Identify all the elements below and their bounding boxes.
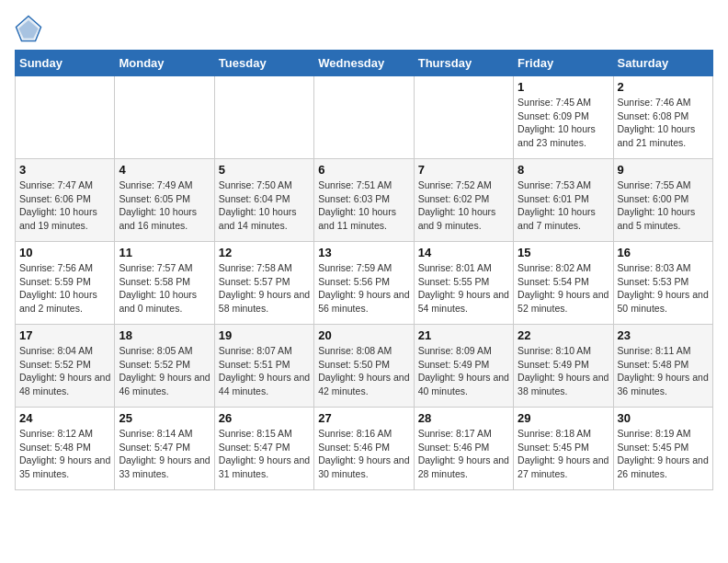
day-info: Sunrise: 7:58 AM Sunset: 5:57 PM Dayligh… (219, 261, 310, 316)
day-info: Sunrise: 8:19 AM Sunset: 5:45 PM Dayligh… (618, 427, 709, 481)
header-day-monday: Monday (115, 51, 214, 76)
calendar-cell: 20Sunrise: 8:08 AM Sunset: 5:50 PM Dayli… (314, 325, 414, 408)
day-info: Sunrise: 7:50 AM Sunset: 6:04 PM Dayligh… (219, 178, 310, 233)
calendar-cell: 10Sunrise: 7:56 AM Sunset: 5:59 PM Dayli… (16, 242, 115, 325)
day-number: 16 (618, 246, 709, 259)
day-number: 9 (618, 163, 709, 177)
day-number: 12 (219, 246, 310, 259)
day-number: 8 (518, 163, 609, 177)
header-day-thursday: Thursday (414, 51, 513, 76)
calendar-cell (414, 76, 513, 159)
day-info: Sunrise: 8:17 AM Sunset: 5:46 PM Dayligh… (418, 427, 509, 481)
calendar-cell (314, 76, 414, 159)
calendar-cell: 29Sunrise: 8:18 AM Sunset: 5:45 PM Dayli… (514, 408, 613, 490)
day-info: Sunrise: 8:16 AM Sunset: 5:46 PM Dayligh… (318, 427, 409, 481)
logo-icon (15, 15, 42, 42)
calendar-cell: 11Sunrise: 7:57 AM Sunset: 5:58 PM Dayli… (115, 242, 214, 325)
day-number: 27 (318, 411, 409, 425)
day-number: 4 (119, 163, 210, 177)
calendar-cell: 15Sunrise: 8:02 AM Sunset: 5:54 PM Dayli… (514, 242, 613, 325)
day-number: 20 (318, 328, 409, 342)
logo (15, 15, 46, 42)
day-number: 25 (119, 411, 210, 425)
day-info: Sunrise: 7:59 AM Sunset: 5:56 PM Dayligh… (318, 261, 409, 316)
header-day-wednesday: Wednesday (314, 51, 414, 76)
calendar-cell: 28Sunrise: 8:17 AM Sunset: 5:46 PM Dayli… (414, 408, 513, 490)
calendar-cell: 25Sunrise: 8:14 AM Sunset: 5:47 PM Dayli… (115, 408, 214, 490)
calendar-cell: 9Sunrise: 7:55 AM Sunset: 6:00 PM Daylig… (613, 159, 712, 242)
day-info: Sunrise: 7:49 AM Sunset: 6:05 PM Dayligh… (119, 178, 210, 233)
day-number: 21 (418, 328, 509, 342)
calendar-cell: 12Sunrise: 7:58 AM Sunset: 5:57 PM Dayli… (214, 242, 313, 325)
day-info: Sunrise: 7:47 AM Sunset: 6:06 PM Dayligh… (19, 178, 110, 233)
calendar-cell (16, 76, 115, 159)
calendar-cell: 18Sunrise: 8:05 AM Sunset: 5:52 PM Dayli… (115, 325, 214, 408)
calendar-cell: 6Sunrise: 7:51 AM Sunset: 6:03 PM Daylig… (314, 159, 414, 242)
day-number: 6 (318, 163, 409, 177)
day-info: Sunrise: 8:15 AM Sunset: 5:47 PM Dayligh… (219, 427, 310, 481)
day-number: 7 (418, 163, 509, 177)
day-info: Sunrise: 8:01 AM Sunset: 5:55 PM Dayligh… (418, 261, 509, 316)
header-day-friday: Friday (514, 51, 613, 76)
calendar-cell: 19Sunrise: 8:07 AM Sunset: 5:51 PM Dayli… (214, 325, 313, 408)
calendar-body: 1Sunrise: 7:45 AM Sunset: 6:09 PM Daylig… (16, 76, 713, 490)
day-info: Sunrise: 8:14 AM Sunset: 5:47 PM Dayligh… (119, 427, 210, 481)
day-info: Sunrise: 8:09 AM Sunset: 5:49 PM Dayligh… (418, 344, 509, 398)
day-number: 2 (618, 80, 709, 94)
page-header (15, 15, 713, 42)
calendar-cell: 26Sunrise: 8:15 AM Sunset: 5:47 PM Dayli… (214, 408, 313, 490)
calendar-cell: 5Sunrise: 7:50 AM Sunset: 6:04 PM Daylig… (214, 159, 313, 242)
day-info: Sunrise: 8:03 AM Sunset: 5:53 PM Dayligh… (618, 261, 709, 316)
day-info: Sunrise: 7:45 AM Sunset: 6:09 PM Dayligh… (518, 96, 609, 150)
calendar-cell: 17Sunrise: 8:04 AM Sunset: 5:52 PM Dayli… (16, 325, 115, 408)
calendar-cell: 7Sunrise: 7:52 AM Sunset: 6:02 PM Daylig… (414, 159, 513, 242)
day-number: 19 (219, 328, 310, 342)
calendar-cell: 23Sunrise: 8:11 AM Sunset: 5:48 PM Dayli… (613, 325, 712, 408)
calendar-cell (115, 76, 214, 159)
calendar-cell: 27Sunrise: 8:16 AM Sunset: 5:46 PM Dayli… (314, 408, 414, 490)
day-info: Sunrise: 7:46 AM Sunset: 6:08 PM Dayligh… (618, 96, 709, 150)
day-number: 13 (318, 246, 409, 259)
day-info: Sunrise: 7:52 AM Sunset: 6:02 PM Dayligh… (418, 178, 509, 233)
day-info: Sunrise: 8:11 AM Sunset: 5:48 PM Dayligh… (618, 344, 709, 398)
day-number: 14 (418, 246, 509, 259)
day-number: 30 (618, 411, 709, 425)
day-number: 18 (119, 328, 210, 342)
header-day-sunday: Sunday (16, 51, 115, 76)
calendar-cell: 24Sunrise: 8:12 AM Sunset: 5:48 PM Dayli… (16, 408, 115, 490)
header-day-tuesday: Tuesday (214, 51, 313, 76)
day-info: Sunrise: 8:18 AM Sunset: 5:45 PM Dayligh… (518, 427, 609, 481)
day-number: 24 (19, 411, 110, 425)
calendar-cell: 21Sunrise: 8:09 AM Sunset: 5:49 PM Dayli… (414, 325, 513, 408)
calendar-cell: 1Sunrise: 7:45 AM Sunset: 6:09 PM Daylig… (514, 76, 613, 159)
day-number: 5 (219, 163, 310, 177)
calendar-cell: 13Sunrise: 7:59 AM Sunset: 5:56 PM Dayli… (314, 242, 414, 325)
day-number: 28 (418, 411, 509, 425)
day-info: Sunrise: 7:53 AM Sunset: 6:01 PM Dayligh… (518, 178, 609, 233)
calendar-table: SundayMondayTuesdayWednesdayThursdayFrid… (15, 50, 713, 490)
day-number: 15 (518, 246, 609, 259)
header-day-saturday: Saturday (613, 51, 712, 76)
calendar-cell: 4Sunrise: 7:49 AM Sunset: 6:05 PM Daylig… (115, 159, 214, 242)
week-row-3: 17Sunrise: 8:04 AM Sunset: 5:52 PM Dayli… (16, 325, 713, 408)
day-number: 1 (518, 80, 609, 94)
week-row-1: 3Sunrise: 7:47 AM Sunset: 6:06 PM Daylig… (16, 159, 713, 242)
day-info: Sunrise: 8:12 AM Sunset: 5:48 PM Dayligh… (19, 427, 110, 481)
calendar-cell: 8Sunrise: 7:53 AM Sunset: 6:01 PM Daylig… (514, 159, 613, 242)
day-info: Sunrise: 8:04 AM Sunset: 5:52 PM Dayligh… (19, 344, 110, 398)
day-info: Sunrise: 8:02 AM Sunset: 5:54 PM Dayligh… (518, 261, 609, 316)
week-row-0: 1Sunrise: 7:45 AM Sunset: 6:09 PM Daylig… (16, 76, 713, 159)
calendar-cell: 3Sunrise: 7:47 AM Sunset: 6:06 PM Daylig… (16, 159, 115, 242)
day-number: 11 (119, 246, 210, 259)
day-info: Sunrise: 7:55 AM Sunset: 6:00 PM Dayligh… (618, 178, 709, 233)
calendar-header: SundayMondayTuesdayWednesdayThursdayFrid… (16, 51, 713, 76)
calendar-cell: 14Sunrise: 8:01 AM Sunset: 5:55 PM Dayli… (414, 242, 513, 325)
day-info: Sunrise: 8:07 AM Sunset: 5:51 PM Dayligh… (219, 344, 310, 398)
calendar-cell: 22Sunrise: 8:10 AM Sunset: 5:49 PM Dayli… (514, 325, 613, 408)
day-info: Sunrise: 7:56 AM Sunset: 5:59 PM Dayligh… (19, 261, 110, 316)
day-number: 23 (618, 328, 709, 342)
header-row: SundayMondayTuesdayWednesdayThursdayFrid… (16, 51, 713, 76)
day-number: 10 (19, 246, 110, 259)
day-info: Sunrise: 8:10 AM Sunset: 5:49 PM Dayligh… (518, 344, 609, 398)
week-row-2: 10Sunrise: 7:56 AM Sunset: 5:59 PM Dayli… (16, 242, 713, 325)
